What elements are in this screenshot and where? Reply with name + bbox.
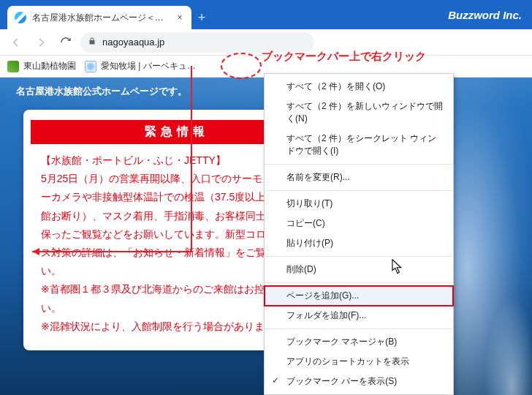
menu-separator xyxy=(265,328,453,329)
menu-separator xyxy=(265,282,453,283)
menu-paste[interactable]: 貼り付け(P) xyxy=(265,233,453,253)
browser-window: 名古屋港水族館ホームページ＜公式 × + Buzzword Inc. nagoy… xyxy=(0,0,532,395)
url-text: nagoyaaqua.jp xyxy=(102,37,164,48)
menu-copy[interactable]: コピー(C) xyxy=(265,214,453,233)
annotation-arrow xyxy=(22,66,241,265)
back-button[interactable] xyxy=(6,32,26,53)
menu-delete[interactable]: 削除(D) xyxy=(265,260,453,279)
tab-active[interactable]: 名古屋港水族館ホームページ＜公式 × xyxy=(7,6,191,29)
publisher-brand: Buzzword Inc. xyxy=(448,9,522,21)
cursor-icon xyxy=(392,259,403,275)
new-tab-button[interactable]: + xyxy=(191,6,212,29)
menu-rename[interactable]: 名前を変更(R)... xyxy=(265,168,453,187)
annotation-label: ブックマークバー上で右クリック xyxy=(262,50,426,64)
menu-add-folder[interactable]: フォルダを追加(F)... xyxy=(265,306,453,326)
menu-separator xyxy=(265,164,453,165)
menu-open-all-incognito[interactable]: すべて（2 件）をシークレット ウィンドウで開く(I) xyxy=(265,129,453,161)
tab-close-icon[interactable]: × xyxy=(175,13,184,22)
site-favicon xyxy=(15,12,26,23)
titlebar: 名古屋港水族館ホームページ＜公式 × + Buzzword Inc. xyxy=(0,0,532,29)
menu-show-app-shortcuts[interactable]: アプリのショートカットを表示 xyxy=(265,352,453,372)
menu-bookmark-manager[interactable]: ブックマーク マネージャ(B) xyxy=(265,332,453,352)
menu-show-bookmark-bar[interactable]: ブックマーク バーを表示(S) xyxy=(265,372,453,391)
menu-separator xyxy=(265,190,453,191)
reload-button[interactable] xyxy=(56,32,76,53)
menu-separator xyxy=(265,256,453,257)
bookmark-favicon xyxy=(7,61,19,72)
lock-icon xyxy=(88,37,96,48)
svg-marker-0 xyxy=(32,248,39,255)
menu-cut[interactable]: 切り取り(T) xyxy=(265,194,453,214)
menu-open-all-new-window[interactable]: すべて（2 件）を新しいウィンドウで開く(N) xyxy=(265,97,453,129)
forward-button[interactable] xyxy=(31,32,51,53)
menu-add-page[interactable]: ページを追加(G)... xyxy=(265,286,453,306)
context-menu: すべて（2 件）を開く(O) すべて（2 件）を新しいウィンドウで開く(N) す… xyxy=(264,73,454,395)
tab-title: 名古屋港水族館ホームページ＜公式 xyxy=(32,12,170,24)
menu-open-all[interactable]: すべて（2 件）を開く(O) xyxy=(265,77,453,97)
